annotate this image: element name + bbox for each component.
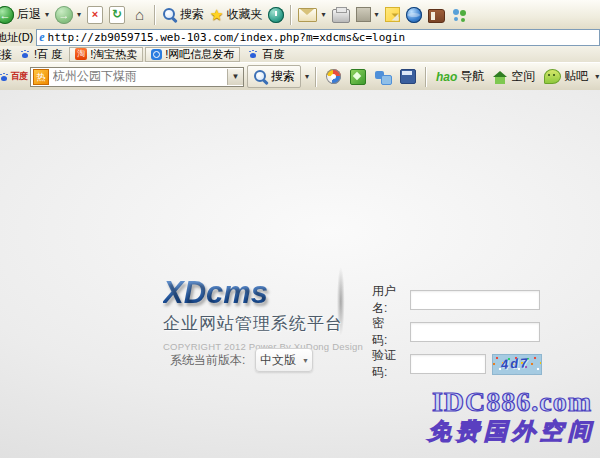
links-label: 链接 <box>0 47 12 62</box>
nav-label: 导航 <box>460 68 484 85</box>
globe-icon <box>406 7 422 23</box>
baidu-search-box: 热 ▼ <box>30 67 244 87</box>
mail-icon <box>298 8 317 22</box>
edit-dropdown-icon[interactable]: ▾ <box>375 10 379 19</box>
hot-word-icon: 热 <box>33 69 49 85</box>
hao-logo-text: hao <box>436 70 457 84</box>
hao-nav-button[interactable]: hao 导航 <box>433 68 487 85</box>
chat-tool-button[interactable] <box>372 70 394 84</box>
link-label: !百 度 <box>34 47 62 62</box>
discuss-button[interactable] <box>382 6 403 23</box>
captcha-input[interactable] <box>410 354 486 374</box>
link-label: !网吧信息发布 <box>165 47 234 62</box>
tieba-button[interactable]: 贴吧 <box>541 68 591 85</box>
baidu-bar-separator <box>315 67 317 87</box>
chat-bubbles-icon <box>375 70 391 84</box>
toolbar-separator <box>154 5 156 25</box>
compass-icon <box>326 69 341 84</box>
refresh-button[interactable]: ↻ <box>106 5 128 25</box>
captcha-image[interactable]: 4d7 <box>492 354 542 375</box>
messenger-button[interactable] <box>448 6 472 24</box>
link-label: 百度 <box>262 47 284 62</box>
edit-icon <box>356 7 371 22</box>
search-options-dropdown-icon[interactable]: ▾ <box>305 72 309 81</box>
space-button[interactable]: 空间 <box>490 68 538 85</box>
magnifier-icon <box>253 69 268 84</box>
home-icon: ⌂ <box>131 6 148 23</box>
watermark-site: IDC886.com <box>428 388 596 416</box>
home-button[interactable]: ⌂ <box>128 5 151 24</box>
screenshot-tool-button[interactable] <box>347 69 369 85</box>
space-label: 空间 <box>511 68 535 85</box>
history-button[interactable] <box>265 6 287 24</box>
link-taobao[interactable]: 淘 !淘宝热卖 <box>69 47 143 62</box>
link-baidu-2[interactable]: 百度 <box>242 47 289 62</box>
forward-icon: → <box>55 6 73 24</box>
baidu-logo-text: 百度 <box>11 70 27 83</box>
version-row: 系统当前版本: 中文版 ▼ <box>170 348 313 372</box>
back-button[interactable]: ← 后退 ▾ <box>0 5 52 25</box>
watermark: IDC886.com 免费国外空间 <box>428 388 596 444</box>
username-input[interactable] <box>410 290 540 310</box>
video-tool-button[interactable] <box>397 69 419 84</box>
back-label: 后退 <box>17 6 41 23</box>
language-select[interactable]: 中文版 ▼ <box>255 348 313 372</box>
password-row: 密 码: <box>372 315 540 349</box>
tieba-dropdown-icon[interactable]: ▾ <box>595 72 599 81</box>
username-label: 用户名: <box>372 283 410 317</box>
note-icon <box>385 7 400 22</box>
mail-dropdown-icon[interactable]: ▾ <box>321 10 325 19</box>
baidu-search-button[interactable]: 搜索 <box>247 65 301 88</box>
baidu-bar-separator <box>425 67 427 87</box>
address-input[interactable] <box>48 31 599 44</box>
password-label: 密 码: <box>372 315 410 349</box>
tieba-bubble-icon <box>544 69 561 84</box>
address-input-wrap: e <box>36 29 600 46</box>
print-button[interactable] <box>329 5 353 24</box>
brand-subtitle: 企业网站管理系统平台 <box>163 312 363 335</box>
xdcms-logo: XDcms <box>163 275 268 311</box>
toolbar-separator <box>290 5 292 25</box>
forward-dropdown-icon[interactable]: ▾ <box>77 10 81 19</box>
search-icon <box>162 7 177 22</box>
research-button[interactable] <box>425 6 448 24</box>
baidu-paw-icon <box>247 48 259 60</box>
link-netbar-info[interactable]: !网吧信息发布 <box>145 47 240 62</box>
search-label: 搜索 <box>180 6 204 23</box>
messenger-icon <box>451 7 469 23</box>
baidu-logo[interactable]: 百度 <box>0 70 27 83</box>
taobao-icon: 淘 <box>75 48 87 60</box>
address-bar-row: 地址(D) e <box>0 29 600 47</box>
mail-button[interactable]: ▾ <box>295 7 328 23</box>
browser-toolbar: ← 后退 ▾ → ▾ × ↻ ⌂ 搜索 ★ 收藏夹 ▾ ▾ <box>0 0 600 30</box>
history-icon <box>268 7 284 23</box>
baidu-search-button-label: 搜索 <box>271 68 295 85</box>
back-dropdown-icon[interactable]: ▾ <box>45 10 49 19</box>
favorites-button[interactable]: ★ 收藏夹 <box>207 5 265 24</box>
compass-tool-button[interactable] <box>323 69 344 84</box>
edit-button[interactable]: ▾ <box>353 6 382 23</box>
address-label: 地址(D) <box>0 30 36 45</box>
house-icon <box>493 71 508 84</box>
favorites-star-icon: ★ <box>210 7 223 23</box>
ie-page-icon: e <box>39 30 44 45</box>
baidu-paw-icon <box>19 48 31 60</box>
password-input[interactable] <box>410 322 540 342</box>
back-icon: ← <box>0 6 14 24</box>
brand-block: XDcms 企业网站管理系统平台 COPYRIGHT 2012 Power By… <box>163 275 363 352</box>
language-value: 中文版 <box>260 352 296 369</box>
search-button[interactable]: 搜索 <box>159 5 207 24</box>
msn-button[interactable] <box>403 6 425 24</box>
search-history-dropdown-icon[interactable]: ▼ <box>227 69 243 85</box>
watermark-slogan: 免费国外空间 <box>428 419 596 444</box>
baidu-search-input[interactable] <box>53 70 223 84</box>
login-page: XDcms 企业网站管理系统平台 COPYRIGHT 2012 Power By… <box>0 90 600 458</box>
netbar-icon <box>151 49 162 60</box>
version-label: 系统当前版本: <box>170 352 245 369</box>
stop-icon: × <box>87 6 103 24</box>
refresh-icon: ↻ <box>109 6 125 24</box>
stop-button[interactable]: × <box>84 5 106 25</box>
forward-button[interactable]: → ▾ <box>52 5 84 25</box>
chevron-down-icon: ▼ <box>302 357 309 364</box>
link-baidu-1[interactable]: !百 度 <box>14 47 67 62</box>
